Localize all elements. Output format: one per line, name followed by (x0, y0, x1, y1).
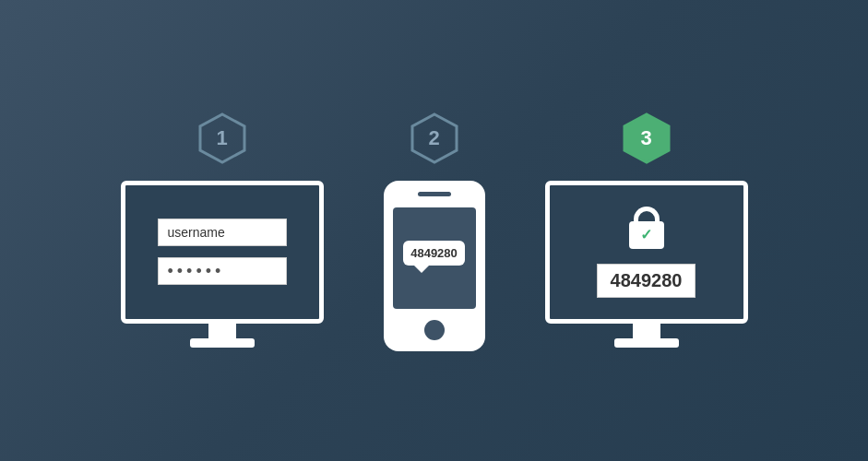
username-field: username (158, 219, 287, 246)
step-2-badge: 2 (407, 111, 462, 166)
password-field: •••••• (158, 257, 287, 285)
main-container: 1 username •••••• 2 (0, 92, 868, 370)
lock-check: ✓ (640, 228, 652, 242)
lock-body: ✓ (629, 221, 664, 249)
step-3-number: 3 (640, 126, 651, 150)
monitor-stand-base-1 (190, 338, 255, 348)
step-2-number: 2 (428, 126, 439, 150)
step-3-monitor: ✓ 4849280 (541, 181, 753, 351)
phone-screen: 4849280 (393, 207, 476, 309)
monitor-screen-1: username •••••• (121, 181, 324, 324)
lock-icon: ✓ (629, 207, 664, 249)
monitor-stand-base-3 (614, 338, 679, 348)
step-1-badge: 1 (195, 111, 250, 166)
sms-bubble: 4849280 (403, 241, 465, 266)
otp-code-display: 4849280 (597, 264, 696, 298)
step-3-badge: 3 (619, 111, 674, 166)
phone: 4849280 (384, 181, 485, 351)
step-1-monitor: username •••••• (116, 181, 328, 351)
monitor-screen-3: ✓ 4849280 (545, 181, 748, 324)
lock-shackle (634, 207, 660, 221)
step-3: 3 ✓ 4849280 (541, 111, 753, 351)
monitor-stand-neck-3 (633, 324, 660, 338)
phone-speaker (418, 192, 451, 196)
step-1: 1 username •••••• (116, 111, 328, 351)
phone-home-button (424, 320, 445, 340)
monitor-stand-neck-1 (208, 324, 236, 338)
step-2: 2 4849280 (384, 111, 485, 351)
step-1-number: 1 (216, 126, 227, 150)
